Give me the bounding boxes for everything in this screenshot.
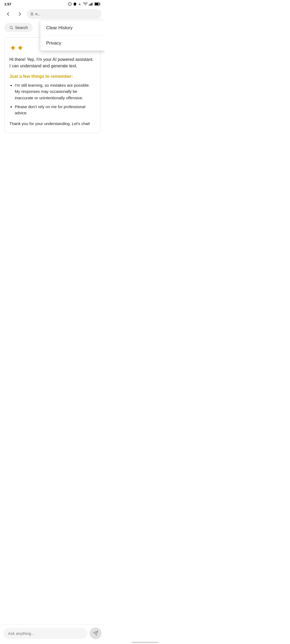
svg-rect-8: [100, 3, 100, 5]
svg-rect-10: [31, 14, 33, 15]
ai-bullet-0: I'm still learning, so mistakes are poss…: [15, 82, 95, 101]
address-bar[interactable]: h...: [27, 9, 102, 19]
ai-card: ✦✦ Hi there! Yep, I'm your AI powered as…: [4, 37, 100, 133]
svg-rect-4: [90, 4, 90, 6]
svg-rect-3: [89, 5, 89, 5]
shield-icon: [73, 2, 77, 6]
status-time: 1:57: [4, 2, 11, 6]
search-label: Search: [15, 25, 28, 30]
svg-text:A: A: [79, 3, 81, 6]
chevron-right-icon: [17, 11, 23, 17]
ai-intro-text: Hi there! Yep, I'm your AI powered assis…: [9, 56, 95, 69]
ai-reminder-title: Just a few things to remember:: [9, 74, 95, 79]
search-icon: [9, 25, 13, 30]
ai-bullet-1: Please don't rely on me for professional…: [15, 104, 95, 116]
status-bar: 1:57 i A: [0, 0, 105, 8]
nav-bar: h...: [0, 8, 105, 20]
dropdown-item-clear-history[interactable]: Clear History: [40, 20, 105, 36]
status-icons: i A: [68, 2, 100, 6]
signal-icon: [89, 2, 93, 6]
forward-button[interactable]: [15, 9, 25, 19]
address-text: h...: [35, 12, 98, 16]
dropdown-item-privacy[interactable]: Privacy: [40, 36, 105, 51]
back-button[interactable]: [3, 9, 13, 19]
svg-rect-9: [95, 3, 99, 5]
wifi-icon: [83, 2, 88, 6]
ai-outro-text: Thank you for your understanding. Let's …: [9, 121, 95, 127]
svg-text:i: i: [70, 3, 70, 5]
search-button[interactable]: Search: [4, 23, 33, 32]
ai-bullets: I'm still learning, so mistakes are poss…: [9, 82, 95, 116]
chevron-left-icon: [5, 11, 11, 17]
lock-icon: [30, 12, 34, 16]
svg-rect-6: [92, 3, 92, 5]
main-content: ✦✦ Hi there! Yep, I'm your AI powered as…: [0, 34, 105, 155]
info-icon: i: [68, 2, 72, 6]
dropdown-menu: Clear History Privacy: [40, 20, 105, 51]
svg-rect-5: [91, 3, 91, 6]
battery-icon: [95, 2, 100, 6]
a-icon: A: [78, 2, 82, 6]
